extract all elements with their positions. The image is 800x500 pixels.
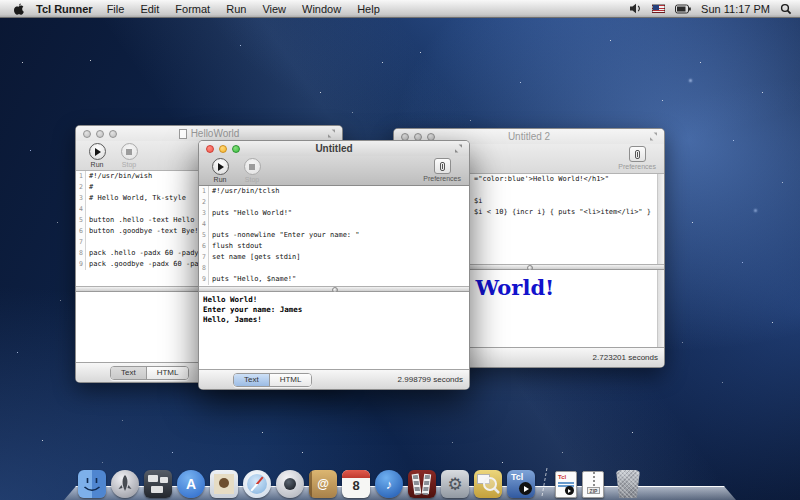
camera-lens <box>284 478 296 490</box>
rocket-glyph <box>111 470 139 498</box>
output-mode-segmented-control: Text HTML <box>233 373 312 387</box>
scrollbar[interactable] <box>657 174 664 264</box>
photo-strip <box>422 474 431 495</box>
preferences-button[interactable]: Preferences <box>618 146 656 170</box>
menu-clock[interactable]: Sun 11:17 PM <box>701 3 770 15</box>
finder-icon[interactable] <box>78 470 106 498</box>
photo-strip <box>412 474 422 495</box>
traffic-lights <box>83 130 117 138</box>
apple-menu-icon[interactable] <box>12 2 26 16</box>
document-proxy-icon <box>179 129 187 139</box>
play-icon <box>218 163 224 171</box>
mission-control-icon[interactable] <box>144 470 172 498</box>
close-button[interactable] <box>83 130 91 138</box>
tab-text[interactable]: Text <box>234 374 269 386</box>
spotlight-icon[interactable] <box>780 3 792 15</box>
address-book-icon[interactable]: @ <box>309 470 337 498</box>
mail-icon[interactable] <box>210 470 238 498</box>
zip-label: ZIP <box>587 487 600 494</box>
scrollbar[interactable] <box>657 270 664 347</box>
calendar-icon[interactable]: 8 <box>342 470 370 498</box>
photo-booth-icon[interactable] <box>408 470 436 498</box>
menu-item[interactable]: File <box>107 3 125 15</box>
menu-item[interactable]: Run <box>226 3 246 15</box>
trash-icon[interactable] <box>615 470 641 498</box>
menu-items: FileEditFormatRunViewWindowHelp <box>107 3 380 15</box>
elapsed-time: 2.723201 seconds <box>593 353 658 362</box>
stop-icon <box>249 164 255 170</box>
stop-icon <box>126 149 132 155</box>
run-button[interactable]: Run <box>82 143 112 168</box>
tcl-runner-dock-icon[interactable]: Tcl <box>507 470 535 498</box>
calendar-day: 8 <box>342 478 370 493</box>
loupe-glyph <box>474 470 502 498</box>
stamp-eagle <box>219 478 229 488</box>
stop-button[interactable]: Stop <box>237 158 267 183</box>
window-title: Untitled <box>315 143 352 154</box>
battery-icon[interactable] <box>675 4 691 14</box>
dock-separator <box>542 468 549 496</box>
menu-item[interactable]: Edit <box>140 3 159 15</box>
system-preferences-icon[interactable]: ⚙ <box>441 470 469 498</box>
traffic-lights <box>206 145 240 153</box>
run-button[interactable]: Run <box>205 158 235 183</box>
code-editor-untitled[interactable]: 1#!/usr/bin/tclsh23puts "Hello World!"45… <box>199 186 469 286</box>
zip-archive-icon[interactable]: ZIP <box>582 471 604 498</box>
titlebar-helloworld[interactable]: HelloWorld <box>76 126 342 141</box>
app-store-icon[interactable]: A <box>177 470 205 498</box>
play-icon <box>565 486 574 495</box>
menu-status-area: Sun 11:17 PM <box>629 3 792 15</box>
play-icon <box>519 482 532 495</box>
facetime-icon[interactable] <box>276 470 304 498</box>
output-pane-untitled[interactable]: Hello World!Enter your name: JamesHello,… <box>199 292 469 369</box>
fullscreen-icon[interactable] <box>327 129 336 138</box>
preferences-icon <box>635 150 640 159</box>
bottombar-untitled: Text HTML 2.998799 seconds <box>199 369 469 389</box>
titlebar-untitled[interactable]: Untitled <box>199 141 469 156</box>
menu-item[interactable]: View <box>262 3 286 15</box>
minimize-button[interactable] <box>96 130 104 138</box>
preferences-button[interactable]: Preferences <box>423 158 461 182</box>
finder-face <box>78 470 106 498</box>
desktop: Tcl Runner FileEditFormatRunViewWindowHe… <box>0 0 800 500</box>
stop-button[interactable]: Stop <box>114 143 144 168</box>
launchpad-icon[interactable] <box>111 470 139 498</box>
menu-bar: Tcl Runner FileEditFormatRunViewWindowHe… <box>0 0 800 18</box>
preview-icon[interactable] <box>474 470 502 498</box>
minimize-button[interactable] <box>219 145 227 153</box>
output-mode-segmented-control: Text HTML <box>110 366 189 380</box>
window-untitled: Untitled Run Stop Preferences 1#!/usr/bi… <box>198 140 470 390</box>
elapsed-time: 2.998799 seconds <box>398 375 463 384</box>
menu-item[interactable]: Window <box>302 3 341 15</box>
dock: A @ 8 ♪ ⚙ <box>64 460 736 500</box>
close-button[interactable] <box>206 145 214 153</box>
dock-icons: A @ 8 ♪ ⚙ <box>78 468 641 498</box>
safari-icon[interactable] <box>243 470 271 498</box>
gear-glyph: ⚙ <box>447 474 462 495</box>
zoom-button[interactable] <box>109 130 117 138</box>
input-language-flag-icon[interactable] <box>652 4 665 13</box>
fullscreen-icon[interactable] <box>454 144 463 153</box>
itunes-icon[interactable]: ♪ <box>375 470 403 498</box>
volume-icon[interactable] <box>629 3 642 14</box>
tcl-document-icon[interactable]: Tcl <box>555 471 577 498</box>
fullscreen-icon[interactable] <box>649 132 658 141</box>
toolbar-untitled: Run Stop Preferences <box>199 156 469 186</box>
zoom-button[interactable] <box>232 145 240 153</box>
menu-app-name[interactable]: Tcl Runner <box>36 3 93 15</box>
menu-item[interactable]: Help <box>357 3 380 15</box>
tab-text[interactable]: Text <box>111 367 146 379</box>
menu-item[interactable]: Format <box>175 3 210 15</box>
play-icon <box>95 148 101 156</box>
window-title: Untitled 2 <box>508 131 550 142</box>
tab-html[interactable]: HTML <box>269 374 312 386</box>
calendar-header <box>342 470 370 478</box>
preferences-icon <box>440 162 445 171</box>
window-title: HelloWorld <box>191 128 240 139</box>
music-note-glyph: ♪ <box>386 477 393 492</box>
tab-html[interactable]: HTML <box>146 367 189 379</box>
